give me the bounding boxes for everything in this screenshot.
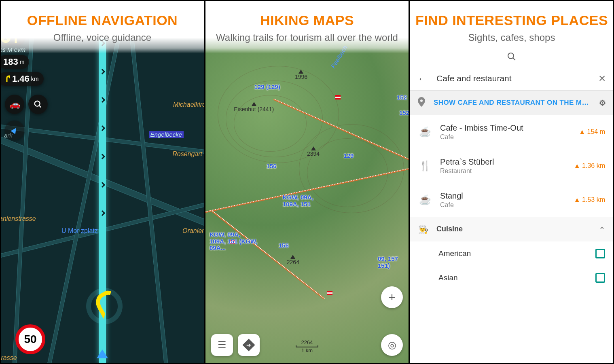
result-name: Cafe - Imbiss Time-Out	[440, 123, 571, 133]
title: OFFLINE NAVIGATION	[6, 12, 199, 29]
street-label: Rosengart	[172, 150, 202, 158]
navigation-map[interactable]: anienstrasse trasse Oranien Rosengart Mi…	[1, 1, 204, 363]
search-button[interactable]	[28, 95, 48, 114]
metro-label: U Mor zplatz	[61, 227, 98, 235]
chef-hat-icon: 👨‍🍳	[418, 224, 428, 234]
subtitle: Walking trails for tourism all over the …	[210, 31, 404, 44]
route-label: 156	[267, 163, 277, 169]
hiking-map[interactable]: 🚶 Eisenhut (2441) 1996 2394 2264 129 (12…	[205, 1, 409, 363]
turn-dist-val: 183	[3, 57, 18, 67]
turn-distance-pill[interactable]: 183 m	[1, 55, 29, 69]
cup-icon: ☕	[418, 126, 432, 138]
panel-hiking-maps: HIKING MAPS Walking trails for tourism a…	[205, 0, 409, 364]
turn-dist-unit: m	[20, 59, 25, 65]
next-dist-val: 1.46	[12, 74, 30, 84]
cuisine-option-label: Asian	[438, 273, 458, 282]
chevron-up-icon: ⌄	[599, 225, 605, 234]
street-label: anienstrasse	[1, 215, 36, 222]
svg-point-2	[508, 53, 514, 59]
filter-icon[interactable]: ⚙	[599, 98, 606, 108]
result-row[interactable]: ☕ Cafe - Imbiss Time-Out Cafe ▲ 154 m	[410, 115, 613, 149]
result-name: Petra`s Stüberl	[440, 157, 566, 167]
locate-button[interactable]: ◎	[381, 334, 403, 356]
drive-mode-button[interactable]: 🚗	[5, 95, 24, 114]
peak-1996: 1996	[295, 70, 307, 80]
show-on-map-row[interactable]: SHOW CAFE AND RESTAURANT ON THE M… ⚙	[410, 91, 613, 115]
header: HIKING MAPS Walking trails for tourism a…	[205, 1, 409, 53]
route-label: 09, 157 151)	[378, 256, 406, 269]
peak-2394: 2394	[307, 146, 320, 157]
directions-button[interactable]: ➔	[238, 334, 260, 356]
header: OFFLINE NAVIGATION Offline, voice guidan…	[1, 1, 204, 53]
search-bar: ← Cafe and restaurant ✕	[410, 67, 613, 91]
poi-label: Engelbecke	[149, 131, 184, 138]
result-distance: ▲ 1.36 km	[574, 162, 605, 169]
menu-button[interactable]: ☰	[211, 334, 233, 356]
search-icon	[507, 52, 517, 61]
street-label: Michaelkirc	[173, 101, 204, 108]
next-turn-pill[interactable]: 1.46 km	[1, 72, 44, 86]
peak-eisenhut: Eisenhut (2441)	[234, 102, 274, 112]
result-name: Stangl	[440, 191, 566, 201]
result-row[interactable]: ☕ Stangl Cafe ▲ 1.53 km	[410, 183, 613, 217]
route-label: 156	[279, 242, 289, 249]
clear-icon[interactable]: ✕	[598, 73, 606, 84]
subtitle: Sights, cafes, shops	[415, 31, 608, 44]
search-icon-row[interactable]	[410, 46, 613, 67]
route-label: KGW, 09A, 109A, 151 (KGW, 09A...	[210, 231, 258, 252]
speed-limit-sign: 50	[15, 324, 45, 354]
title: HIKING MAPS	[210, 12, 404, 29]
cuisine-option[interactable]: American	[410, 241, 613, 266]
cuisine-option[interactable]: Asian	[410, 266, 613, 290]
title: FIND INTERESTING PLACES	[415, 12, 608, 29]
places-panel: ← Cafe and restaurant ✕ SHOW CAFE AND RE…	[410, 46, 613, 290]
route-label: 129	[343, 152, 354, 159]
svg-line-3	[513, 58, 515, 60]
pin-icon	[417, 97, 426, 109]
route-label: 152	[397, 94, 407, 101]
svg-point-0	[35, 101, 40, 106]
fork-icon: 🍴	[418, 160, 432, 171]
position-cursor	[97, 349, 108, 358]
show-on-map-label: SHOW CAFE AND RESTAURANT ON THE M…	[434, 99, 591, 107]
cuisine-header[interactable]: 👨‍🍳 Cuisine ⌄	[410, 217, 613, 241]
checkbox[interactable]	[595, 273, 605, 283]
panel-offline-navigation: OFFLINE NAVIGATION Offline, voice guidan…	[0, 0, 205, 364]
back-icon[interactable]: ←	[417, 73, 428, 85]
route-label: 129 (129)	[254, 83, 280, 90]
route-label: 152	[399, 109, 409, 116]
map-scale: 2264 1 km	[296, 339, 318, 353]
result-sub: Cafe	[440, 201, 566, 209]
checkbox[interactable]	[595, 249, 605, 258]
cup-icon: ☕	[418, 194, 432, 205]
zoom-in-button[interactable]: +	[381, 286, 403, 308]
subtitle: Offline, voice guidance	[6, 31, 199, 44]
result-distance: ▲ 154 m	[579, 128, 605, 135]
street-label: Oranien	[182, 227, 204, 235]
svg-line-1	[39, 106, 41, 108]
result-sub: Restaurant	[440, 167, 566, 175]
route-label: KGW, 09A, 109A, 151	[283, 194, 327, 207]
result-distance: ▲ 1.53 km	[574, 196, 605, 203]
street-label: trasse	[1, 354, 17, 362]
result-sub: Cafe	[440, 133, 571, 141]
compass-button[interactable]	[5, 121, 24, 140]
cuisine-option-label: American	[438, 249, 471, 258]
header: FIND INTERESTING PLACES Sights, cafes, s…	[410, 1, 613, 46]
panel-find-places: FIND INTERESTING PLACES Sights, cafes, s…	[409, 0, 614, 364]
result-row[interactable]: 🍴 Petra`s Stüberl Restaurant ▲ 1.36 km	[410, 149, 613, 183]
next-dist-unit: km	[31, 76, 39, 82]
cuisine-label: Cuisine	[436, 225, 463, 233]
search-input[interactable]: Cafe and restaurant	[436, 74, 589, 83]
peak-2264: 2264	[287, 255, 299, 265]
